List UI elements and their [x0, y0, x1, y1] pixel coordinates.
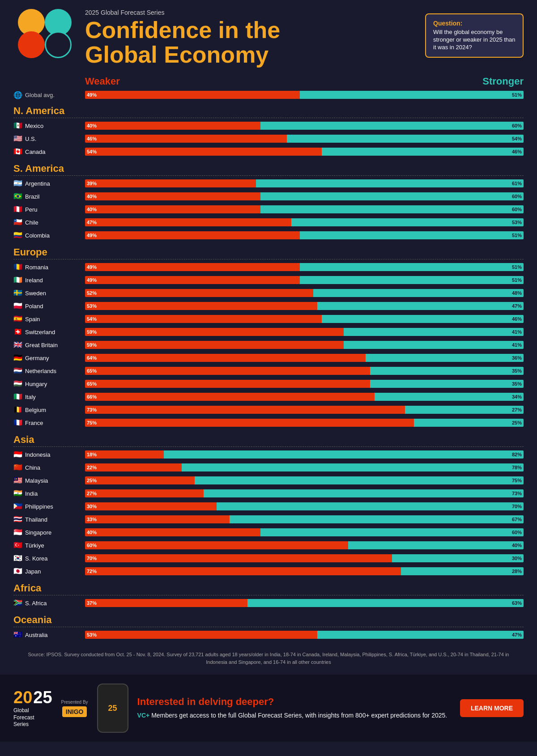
- stronger-pct: 48%: [512, 290, 522, 296]
- flag-icon: 🇿🇦: [13, 599, 22, 607]
- bar-weaker: 70%: [85, 554, 392, 562]
- weaker-pct: 40%: [87, 530, 97, 535]
- country-name: Australia: [25, 632, 48, 638]
- country-name: U.S.: [25, 136, 36, 142]
- stronger-pct: 25%: [512, 420, 522, 425]
- weaker-pct: 53%: [87, 632, 97, 637]
- bar-stronger: 46%: [322, 315, 524, 323]
- bar-stronger: 60%: [260, 192, 524, 200]
- bar-area: 49%51%: [85, 275, 524, 285]
- weaker-pct: 59%: [87, 329, 97, 335]
- bar-area: 53%47%: [85, 301, 524, 311]
- country-label-romania: 🇷🇴Romania: [13, 263, 85, 271]
- stronger-pct: 61%: [512, 181, 522, 186]
- flag-icon: 🇰🇷: [13, 555, 22, 562]
- region-header-europe: Europe: [13, 246, 524, 259]
- bar-weaker: 73%: [85, 406, 405, 414]
- country-label-canada: 🇨🇦Canada: [13, 148, 85, 155]
- stronger-pct: 46%: [512, 149, 522, 154]
- country-name: France: [25, 420, 43, 426]
- bar-stronger: 60%: [260, 528, 524, 536]
- stronger-pct: 47%: [512, 303, 522, 309]
- circle-dark: [45, 31, 72, 58]
- bar-weaker: 64%: [85, 354, 366, 362]
- weaker-pct: 49%: [87, 264, 97, 270]
- question-text: Will the global economy be stronger or w…: [433, 29, 516, 51]
- bar-area: 25%75%: [85, 476, 524, 485]
- country-name: Netherlands: [25, 368, 56, 374]
- country-label-s.-africa: 🇿🇦S. Africa: [13, 599, 85, 607]
- flag-icon: 🇺🇸: [13, 135, 22, 142]
- country-name: Hungary: [25, 381, 47, 387]
- country-row: 🇷🇴Romania49%51%: [13, 261, 524, 273]
- cta-text-body: Members get access to the full Global Fo…: [151, 712, 447, 719]
- bar-area: 27%73%: [85, 488, 524, 498]
- stronger-pct: 75%: [512, 478, 522, 483]
- flag-icon: 🇧🇪: [13, 406, 22, 413]
- bar-weaker: 59%: [85, 328, 344, 336]
- flag-icon: 🇨🇭: [13, 328, 22, 336]
- title-area: 2025 Global Forecast Series Confidence i…: [85, 9, 416, 67]
- country-row: 🇹🇷Türkiye60%40%: [13, 539, 524, 551]
- bar-weaker: 47%: [85, 218, 291, 226]
- footer-year: 20: [13, 688, 32, 707]
- bar-stronger: 34%: [375, 393, 524, 401]
- weaker-pct: 18%: [87, 452, 97, 457]
- bar-stronger: 73%: [204, 489, 524, 497]
- country-label-great-britain: 🇬🇧Great Britain: [13, 341, 85, 348]
- weaker-pct: 40%: [87, 194, 97, 199]
- country-label-italy: 🇮🇹Italy: [13, 393, 85, 400]
- presented-by-label: Presented By: [61, 700, 88, 705]
- country-label-singapore: 🇸🇬Singapore: [13, 529, 85, 536]
- flag-icon: 🇮🇹: [13, 393, 22, 400]
- weaker-pct: 49%: [87, 233, 97, 238]
- stronger-pct: 51%: [512, 264, 522, 270]
- country-label-ireland: 🇮🇪Ireland: [13, 276, 85, 284]
- bar-area: 37%63%: [85, 598, 524, 608]
- weaker-pct: 75%: [87, 420, 97, 425]
- bar-stronger: 78%: [182, 463, 524, 471]
- country-name: Canada: [25, 149, 46, 155]
- bar-stronger: 36%: [366, 354, 524, 362]
- country-row: 🇦🇺Australia53%47%: [13, 629, 524, 641]
- country-name: Romania: [25, 264, 48, 271]
- learn-more-button[interactable]: LEARN MORE: [460, 699, 524, 717]
- country-name: Spain: [25, 316, 40, 323]
- bar-area: 66%34%: [85, 392, 524, 402]
- weaker-pct: 22%: [87, 465, 97, 470]
- bar-area: 40%60%: [85, 191, 524, 201]
- bar-stronger: 46%: [322, 148, 524, 156]
- global-bar-stronger: 51%: [300, 91, 524, 99]
- country-name: China: [25, 464, 40, 471]
- weaker-pct: 70%: [87, 556, 97, 561]
- global-bar-weaker: 49%: [85, 91, 300, 99]
- stronger-pct: 47%: [512, 632, 522, 637]
- country-row: 🇦🇷Argentina39%61%: [13, 178, 524, 189]
- country-row: 🇨🇭Switzerland59%41%: [13, 326, 524, 338]
- region-header-s.-america: S. America: [13, 163, 524, 176]
- country-row: 🇬🇧Great Britain59%41%: [13, 339, 524, 351]
- weaker-pct: 73%: [87, 407, 97, 412]
- bar-weaker: 53%: [85, 302, 317, 310]
- bar-area: 65%35%: [85, 379, 524, 389]
- country-row: 🇺🇸U.S.46%54%: [13, 133, 524, 144]
- stronger-pct: 82%: [512, 452, 522, 457]
- country-name: Germany: [25, 355, 49, 361]
- circle-red: [18, 31, 45, 58]
- phone-mockup: 25: [97, 684, 128, 733]
- weaker-pct: 64%: [87, 355, 97, 361]
- weaker-pct: 39%: [87, 181, 97, 186]
- weaker-pct: 54%: [87, 149, 97, 154]
- flag-icon: 🇮🇳: [13, 490, 22, 497]
- weaker-pct: 40%: [87, 123, 97, 128]
- bar-weaker: 18%: [85, 450, 164, 459]
- bar-area: 65%35%: [85, 366, 524, 376]
- question-box: Question: Will the global economy be str…: [425, 13, 524, 58]
- country-name: Indonesia: [25, 451, 50, 458]
- country-row: 🇹🇭Thailand33%67%: [13, 514, 524, 525]
- stronger-pct: 51%: [512, 277, 522, 283]
- bar-stronger: 47%: [317, 302, 524, 310]
- country-row: 🇮🇹Italy66%34%: [13, 391, 524, 403]
- region-header-oceania: Oceania: [13, 614, 524, 627]
- bar-stronger: 53%: [291, 218, 524, 226]
